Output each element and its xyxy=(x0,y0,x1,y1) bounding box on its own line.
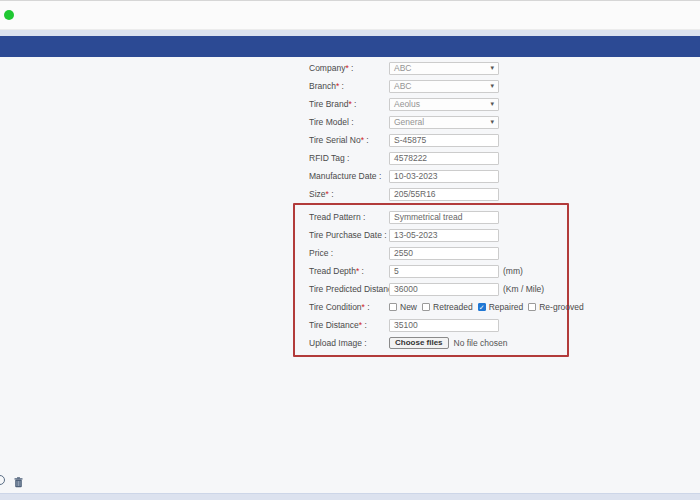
field-label: Size* : xyxy=(309,189,389,199)
required-asterisk: * xyxy=(361,135,364,145)
field-label: Price : xyxy=(309,248,389,258)
required-asterisk: * xyxy=(326,189,329,199)
required-asterisk: * xyxy=(356,266,359,276)
form-row-tire-condition: Tire Condition* :NewRetreaded✓RepairedRe… xyxy=(309,298,565,316)
form-row-upload-image: Upload Image :Choose filesNo file chosen xyxy=(309,334,565,352)
selected-value: ABC xyxy=(394,81,411,91)
navbar xyxy=(0,36,700,57)
tire-predicted-distance-input[interactable]: 36000 xyxy=(389,283,499,296)
tread-pattern-input[interactable]: Symmetrical tread xyxy=(389,211,499,224)
form-row-branch: Branch* :ABC▾ xyxy=(293,77,569,95)
checkbox-label: New xyxy=(400,302,417,312)
form-row-company: Company* :ABC▾ xyxy=(293,59,569,77)
form-row-tire-predicted-distance: Tire Predicted Distance* :36000(Km / Mil… xyxy=(309,280,565,298)
tire-model-select[interactable]: General▾ xyxy=(389,116,499,129)
tire-purchase-date-input[interactable]: 13-05-2023 xyxy=(389,229,499,242)
manufacture-date-input[interactable]: 10-03-2023 xyxy=(389,170,499,183)
chevron-down-icon: ▾ xyxy=(490,82,494,90)
selected-value: ABC xyxy=(394,63,411,73)
highlight-red-box: Tread Pattern :Symmetrical treadTire Pur… xyxy=(293,203,569,357)
file-chosen-status: No file chosen xyxy=(454,338,508,348)
required-asterisk: * xyxy=(345,63,348,73)
form-row-tire-distance: Tire Distance* :35100 xyxy=(309,316,565,334)
footer-strip xyxy=(0,493,700,500)
checkbox-label: Re-grooved xyxy=(539,302,583,312)
checkbox-label: Retreaded xyxy=(433,302,473,312)
required-asterisk: * xyxy=(362,302,365,312)
selected-value: General xyxy=(394,117,424,127)
upload-image-control: Choose filesNo file chosen xyxy=(389,337,507,349)
tire-brand-select[interactable]: Aeolus▾ xyxy=(389,98,499,111)
unit-label: (Km / Mile) xyxy=(503,284,544,294)
required-asterisk: * xyxy=(359,320,362,330)
field-label: Tire Serial No* : xyxy=(309,135,389,145)
field-label: Tire Brand* : xyxy=(309,99,389,109)
field-label: Company* : xyxy=(309,63,389,73)
new-checkbox[interactable] xyxy=(389,303,397,311)
company-select[interactable]: ABC▾ xyxy=(389,62,499,75)
required-asterisk: * xyxy=(336,81,339,91)
field-label: Tire Purchase Date : xyxy=(309,230,389,240)
field-label: Tread Depth* : xyxy=(309,266,389,276)
checkbox-label: Repaired xyxy=(489,302,524,312)
tire-serial-no-input[interactable]: S-45875 xyxy=(389,134,499,147)
tread-depth-input[interactable]: 5 xyxy=(389,265,499,278)
retreaded-checkbox[interactable] xyxy=(422,303,430,311)
circle-icon[interactable] xyxy=(0,475,5,485)
branch-select[interactable]: ABC▾ xyxy=(389,80,499,93)
chevron-down-icon: ▾ xyxy=(490,64,494,72)
form-row-rfid-tag: RFID Tag :4578222 xyxy=(293,149,569,167)
tire-condition-checkbox-group: NewRetreaded✓RepairedRe-grooved xyxy=(389,302,586,312)
form-row-tire-brand: Tire Brand* :Aeolus▾ xyxy=(293,95,569,113)
choose-files-button[interactable]: Choose files xyxy=(389,337,449,349)
form-row-tread-pattern: Tread Pattern :Symmetrical tread xyxy=(309,208,565,226)
form-row-tire-serial-no: Tire Serial No* :S-45875 xyxy=(293,131,569,149)
page-content: Company* :ABC▾Branch* :ABC▾Tire Brand* :… xyxy=(0,57,700,493)
unit-label: (mm) xyxy=(503,266,523,276)
selected-value: Aeolus xyxy=(394,99,420,109)
field-label: Manufacture Date : xyxy=(309,171,389,181)
field-label: Tire Condition* : xyxy=(309,302,389,312)
form-rows-top: Company* :ABC▾Branch* :ABC▾Tire Brand* :… xyxy=(293,59,569,203)
form-row-manufacture-date: Manufacture Date :10-03-2023 xyxy=(293,167,569,185)
trash-icon[interactable] xyxy=(14,474,23,492)
required-asterisk: * xyxy=(348,99,351,109)
chevron-down-icon: ▾ xyxy=(490,118,494,126)
tire-form: Company* :ABC▾Branch* :ABC▾Tire Brand* :… xyxy=(293,59,569,357)
tire-distance-input[interactable]: 35100 xyxy=(389,319,499,332)
size-input[interactable]: 205/55R16 xyxy=(389,188,499,201)
form-row-tread-depth: Tread Depth* :5(mm) xyxy=(309,262,565,280)
field-label: Tire Predicted Distance* : xyxy=(309,284,389,294)
field-label: Branch* : xyxy=(309,81,389,91)
field-label: Upload Image : xyxy=(309,338,389,348)
price-input[interactable]: 2550 xyxy=(389,247,499,260)
rfid-tag-input[interactable]: 4578222 xyxy=(389,152,499,165)
field-label: Tire Model : xyxy=(309,117,389,127)
form-row-tire-model: Tire Model :General▾ xyxy=(293,113,569,131)
form-row-price: Price :2550 xyxy=(309,244,565,262)
window-traffic-light-icon[interactable] xyxy=(4,10,14,20)
field-label: Tread Pattern : xyxy=(309,212,389,222)
form-row-size: Size* :205/55R16 xyxy=(293,185,569,203)
re-grooved-checkbox[interactable] xyxy=(528,303,536,311)
repaired-checkbox[interactable]: ✓ xyxy=(478,303,486,311)
form-row-tire-purchase-date: Tire Purchase Date :13-05-2023 xyxy=(309,226,565,244)
footer-toolbar xyxy=(0,473,60,487)
field-label: RFID Tag : xyxy=(309,153,389,163)
window-title-bar xyxy=(0,0,700,30)
field-label: Tire Distance* : xyxy=(309,320,389,330)
chevron-down-icon: ▾ xyxy=(490,100,494,108)
